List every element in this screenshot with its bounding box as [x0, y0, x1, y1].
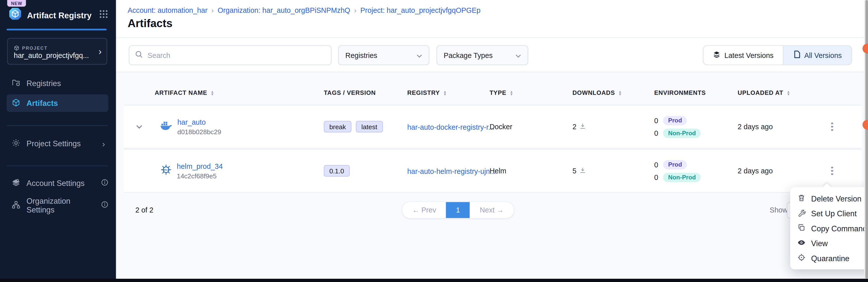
svg-text:HELM: HELM: [162, 168, 169, 171]
sidebar-item-artifacts[interactable]: Artifacts: [6, 94, 108, 112]
new-badge: NEW: [7, 0, 26, 6]
info-icon[interactable]: [101, 201, 108, 210]
env-nonprod-count: 0: [654, 129, 658, 137]
registries-filter-select[interactable]: Registries: [338, 45, 429, 65]
table-row: HELM helm_prod_34 14c2cf68f9e5 0.1.0 har…: [124, 149, 862, 193]
info-icon[interactable]: [101, 179, 108, 188]
search-input-wrapper: [129, 45, 332, 65]
sidebar-item-label: Artifacts: [27, 99, 58, 108]
current-page-button[interactable]: 1: [446, 202, 470, 218]
menu-item-label: Quarantine: [811, 254, 849, 262]
breadcrumb-project[interactable]: Project: har_auto_projectjvfgqOPGEp: [361, 6, 481, 14]
row-actions-menu-button[interactable]: [826, 164, 839, 178]
menu-item-view[interactable]: View: [790, 236, 868, 250]
sidebar-item-label: Organization Settings: [27, 197, 89, 214]
breadcrumb-organization[interactable]: Organization: har_auto_orgBPiSNPMzhQ: [218, 6, 350, 14]
breadcrumb-separator: ›: [212, 6, 214, 14]
org-gear-icon: [11, 200, 20, 211]
download-count: 2: [572, 122, 577, 131]
menu-item-quarantine[interactable]: Quarantine: [790, 251, 868, 266]
chevron-down-icon: [417, 51, 422, 60]
menu-item-delete-version[interactable]: Delete Version: [790, 191, 868, 206]
all-versions-button[interactable]: All Versions: [784, 46, 852, 65]
column-header-registry[interactable]: REGISTRY ▲▼: [407, 89, 490, 96]
bottom-edge-bar: [0, 279, 868, 282]
row-actions-menu-button[interactable]: [826, 120, 839, 134]
breadcrumb-account[interactable]: Account: automation_har: [128, 6, 208, 14]
artifact-name-link[interactable]: helm_prod_34: [177, 162, 223, 170]
table-row: har_auto d018b028bc29 break latest har-a…: [124, 105, 862, 148]
version-view-toggle: Latest Versions All Versions: [703, 45, 852, 65]
search-input[interactable]: [148, 51, 325, 60]
package-types-filter-label: Package Types: [444, 51, 493, 60]
sidebar-item-registries[interactable]: Registries: [6, 74, 108, 92]
vertical-scrollbar[interactable]: [864, 0, 868, 279]
sort-icon: ▲▼: [211, 90, 214, 96]
column-header-uploaded-at[interactable]: UPLOADED AT ▲▼: [738, 89, 826, 96]
scrollbar-thumb[interactable]: [865, 0, 868, 279]
sort-icon: ▲▼: [443, 90, 447, 96]
chevron-right-icon: ›: [98, 46, 101, 58]
artifact-digest: d018b028bc29: [177, 128, 221, 136]
sidebar-item-project-settings[interactable]: Project Settings ›: [6, 135, 108, 152]
prev-page-button[interactable]: ← Prev: [402, 202, 446, 218]
download-icon: [580, 122, 586, 131]
column-header-environments: ENVIRONMENTS: [654, 89, 738, 96]
filter-bar: Registries Package Types: [116, 38, 868, 72]
divider: [6, 125, 108, 126]
quarantine-icon: [798, 253, 806, 263]
menu-item-copy-command[interactable]: Copy Command: [790, 221, 868, 236]
menu-item-label: Copy Command: [811, 224, 867, 233]
prod-badge: Prod: [663, 116, 687, 125]
menu-item-label: View: [811, 239, 828, 248]
column-header-tags-version: TAGS / VERSION: [324, 89, 407, 96]
app-screen: NEW Artifact Registry: [0, 0, 868, 282]
document-icon: [793, 50, 800, 60]
project-label: PROJECT: [22, 46, 48, 51]
row-actions-context-menu: Delete Version Set Up Client Copy Comman…: [790, 187, 868, 270]
project-selector[interactable]: PROJECT har_auto_projectjvfgq... ›: [7, 38, 107, 65]
column-header-type[interactable]: TYPE ▲▼: [490, 89, 572, 96]
copy-icon: [798, 223, 806, 233]
env-prod-count: 0: [654, 160, 658, 169]
sort-icon: ▲▼: [509, 90, 514, 96]
registry-link[interactable]: har-auto-docker-registry-r...: [407, 123, 494, 131]
registry-link[interactable]: har-auto-helm-registry-ujn...: [407, 167, 496, 175]
page-title: Artifacts: [128, 17, 173, 30]
all-versions-label: All Versions: [804, 51, 842, 60]
prod-badge: Prod: [663, 160, 687, 169]
download-icon: [580, 167, 586, 175]
artifact-type: Docker: [490, 122, 572, 131]
nonprod-badge: Non-Prod: [663, 173, 701, 182]
column-header-downloads[interactable]: DOWNLOADS ▲▼: [572, 89, 654, 96]
expand-row-button[interactable]: [124, 125, 155, 129]
sort-icon: ▲▼: [618, 90, 622, 96]
sidebar-item-label: Account Settings: [27, 179, 85, 188]
artifact-name-link[interactable]: har_auto: [177, 118, 221, 126]
page-header: Account: automation_har › Organization: …: [116, 0, 868, 38]
trash-icon: [798, 193, 806, 204]
pagination: 2 of 2 ← Prev 1 Next → Show: [124, 201, 862, 220]
package-types-filter-select[interactable]: Package Types: [436, 45, 528, 65]
version-chip: 0.1.0: [324, 165, 350, 177]
helm-icon: HELM: [160, 164, 172, 178]
layers-icon: [713, 50, 720, 60]
sort-icon: ▲▼: [786, 90, 790, 96]
download-count: 5: [572, 167, 577, 175]
sidebar-item-account-settings[interactable]: Account Settings: [6, 174, 108, 192]
grid-menu-icon[interactable]: [99, 10, 108, 20]
folder-registries-icon: [11, 78, 20, 89]
menu-item-set-up-client[interactable]: Set Up Client: [790, 206, 868, 221]
sidebar-item-organization-settings[interactable]: Organization Settings: [6, 197, 108, 214]
pagination-summary: 2 of 2: [135, 206, 153, 214]
next-page-button[interactable]: Next →: [470, 202, 514, 218]
menu-item-label: Set Up Client: [811, 209, 857, 218]
latest-versions-button[interactable]: Latest Versions: [704, 46, 784, 65]
column-header-artifact-name[interactable]: ARTIFACT NAME ▲▼: [155, 89, 324, 96]
page-size-label: Show: [770, 206, 788, 214]
app-title: Artifact Registry: [27, 10, 99, 20]
nonprod-badge: Non-Prod: [663, 129, 701, 138]
artifact-table: ARTIFACT NAME ▲▼ TAGS / VERSION REGISTRY…: [116, 72, 868, 279]
sidebar-item-label: Project Settings: [27, 139, 81, 148]
cube-artifacts-icon: [11, 98, 20, 109]
